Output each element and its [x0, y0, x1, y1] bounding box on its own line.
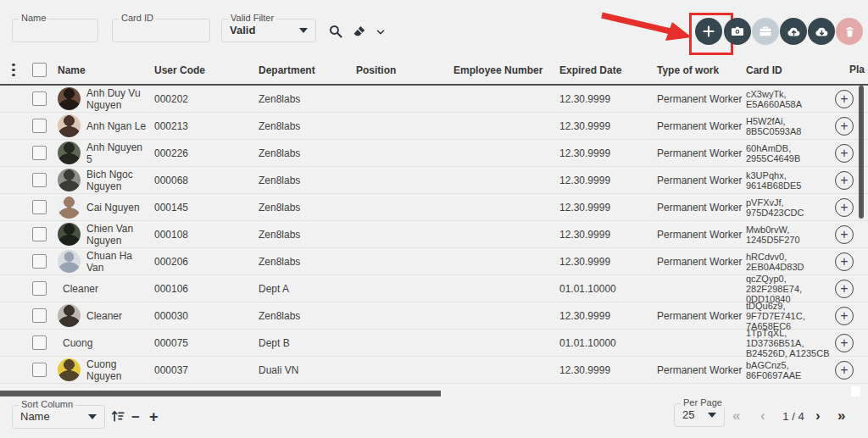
- avatar: [58, 223, 81, 246]
- name-filter-input[interactable]: [13, 19, 97, 42]
- upload-button[interactable]: [780, 18, 807, 45]
- row-checkbox[interactable]: [32, 335, 47, 350]
- prev-page-button: ‹: [760, 408, 765, 424]
- table-row[interactable]: Chuan Ha Van 000206 Zen8labs 12.30.9999 …: [0, 248, 868, 275]
- row-checkbox[interactable]: [32, 200, 47, 214]
- plus-icon: [702, 25, 715, 38]
- col-header-type-of-work[interactable]: Type of work: [657, 64, 746, 76]
- row-checkbox[interactable]: [32, 146, 47, 160]
- row-checkbox[interactable]: [32, 363, 47, 377]
- column-menu-icon[interactable]: [12, 64, 15, 79]
- select-all-checkbox[interactable]: [32, 63, 47, 77]
- collapse-button[interactable]: −: [131, 409, 140, 426]
- card-id-filter-field[interactable]: Card ID: [112, 19, 210, 42]
- col-header-position[interactable]: Position: [356, 64, 453, 76]
- add-card-button[interactable]: +: [835, 144, 854, 163]
- cell-name: Chuan Ha Van: [58, 250, 154, 274]
- cell-user-code: 000075: [154, 337, 259, 349]
- table-row[interactable]: Bich Ngoc Nguyen 000068 Zen8labs 12.30.9…: [0, 167, 868, 194]
- row-checkbox[interactable]: [32, 91, 47, 106]
- row-checkbox[interactable]: [32, 173, 47, 187]
- last-page-button[interactable]: »: [837, 408, 845, 424]
- table-row[interactable]: Chien Van Nguyen 000108 Zen8labs 12.30.9…: [0, 221, 868, 248]
- capture-button[interactable]: [724, 18, 751, 45]
- col-header-department[interactable]: Department: [259, 64, 356, 76]
- cell-type-of-work: Permanent Worker: [657, 229, 746, 241]
- batch-button: [752, 18, 779, 45]
- col-header-card-id[interactable]: Card ID: [746, 65, 835, 75]
- row-checkbox[interactable]: [32, 254, 47, 269]
- col-header-employee-number[interactable]: Employee Number: [453, 64, 559, 76]
- valid-filter-select[interactable]: Valid Filter Valid: [221, 19, 316, 42]
- avatar: [58, 87, 81, 110]
- add-card-button[interactable]: +: [835, 334, 854, 352]
- row-checkbox[interactable]: [32, 308, 47, 323]
- cell-name: Cleaner: [58, 283, 154, 295]
- row-checkbox[interactable]: [32, 119, 47, 133]
- col-header-name[interactable]: Name: [58, 64, 154, 76]
- table-row[interactable]: Anh Duy Vu Nguyen 000202 Zen8labs 12.30.…: [0, 86, 868, 113]
- cell-expired-date: 12.30.9999: [559, 364, 657, 376]
- sort-column-select[interactable]: Sort Column Name: [12, 405, 105, 429]
- next-page-button[interactable]: ›: [815, 408, 821, 424]
- col-header-user-code[interactable]: User Code: [154, 64, 259, 76]
- row-checkbox[interactable]: [32, 227, 47, 241]
- cell-expired-date: 12.30.9999: [559, 256, 657, 268]
- table-row[interactable]: Cleaner 000030 Zen8labs 12.30.9999 Perma…: [0, 302, 868, 330]
- trash-icon: [843, 25, 856, 38]
- add-card-button[interactable]: +: [835, 117, 854, 136]
- col-header-expired-date[interactable]: Expired Date: [559, 64, 657, 76]
- cell-card-id: hRCdvv0, 2EB0A4D83D: [746, 252, 835, 272]
- cell-user-code: 000145: [154, 202, 259, 213]
- sort-ascending-icon[interactable]: [110, 408, 125, 424]
- vertical-scrollbar[interactable]: [859, 86, 864, 219]
- col-header-place[interactable]: Pla: [849, 56, 865, 84]
- cell-card-id: k3UPqhx, 9614B68DE5: [746, 170, 835, 191]
- per-page-value: 25: [682, 404, 694, 425]
- cell-name: Anh Nguyen 5: [58, 141, 154, 165]
- name-filter-field[interactable]: Name: [12, 19, 98, 42]
- add-card-button[interactable]: +: [835, 198, 854, 217]
- page-indicator: 1 / 4: [774, 410, 813, 423]
- cell-expired-date: 12.30.9999: [559, 229, 657, 241]
- cell-card-id: pVFXvJf, 975D423CDC: [746, 197, 835, 218]
- chevron-down-icon: [299, 28, 308, 33]
- cell-user-code: 000108: [154, 229, 259, 241]
- add-card-button[interactable]: +: [835, 280, 854, 298]
- cell-name: Cuong: [58, 337, 154, 349]
- download-button[interactable]: [808, 18, 835, 45]
- chevron-down-icon[interactable]: [375, 26, 390, 42]
- search-icon[interactable]: [328, 24, 343, 39]
- add-card-button[interactable]: +: [835, 171, 854, 190]
- cell-department: Zen8labs: [259, 175, 356, 186]
- add-button[interactable]: [695, 18, 722, 45]
- table-row[interactable]: Cuong Nguyen 000037 Duali VN 12.30.9999 …: [0, 357, 868, 384]
- cell-expired-date: 12.30.9999: [559, 202, 657, 213]
- cell-expired-date: 12.30.9999: [559, 120, 657, 132]
- add-card-button[interactable]: +: [835, 252, 854, 271]
- cell-type-of-work: Permanent Worker: [657, 364, 746, 376]
- cell-user-code: 000202: [154, 93, 259, 105]
- briefcase-icon: [759, 25, 772, 38]
- expand-button[interactable]: +: [149, 408, 159, 426]
- add-card-button[interactable]: +: [835, 307, 854, 325]
- table-row[interactable]: Cai Nguyen 000145 Zen8labs 12.30.9999 Pe…: [0, 194, 868, 221]
- per-page-select[interactable]: Per Page 25: [674, 403, 725, 427]
- table-row[interactable]: Cleaner 000106 Dept A 01.01.10000 qcZQyp…: [0, 275, 868, 302]
- table-row[interactable]: Cuong 000075 Dept B 01.01.10000 1TpTqXL,…: [0, 330, 868, 357]
- table-header: Name User Code Department Position Emplo…: [0, 56, 868, 86]
- cell-department: Dept B: [259, 337, 356, 349]
- table-row[interactable]: Anh Nguyen 5 000226 Zen8labs 12.30.9999 …: [0, 140, 868, 167]
- table-row[interactable]: Anh Ngan Le 000213 Zen8labs 12.30.9999 P…: [0, 113, 868, 140]
- cell-name: Chien Van Nguyen: [58, 223, 154, 247]
- add-card-button[interactable]: +: [835, 225, 854, 244]
- add-card-button[interactable]: +: [835, 90, 854, 108]
- cell-name: Cuong Nguyen: [58, 358, 154, 382]
- eraser-icon[interactable]: [352, 24, 367, 39]
- row-checkbox[interactable]: [32, 281, 47, 296]
- card-id-filter-input[interactable]: [113, 19, 209, 42]
- add-card-button[interactable]: +: [835, 361, 854, 380]
- cell-expired-date: 12.30.9999: [559, 175, 657, 186]
- avatar: [58, 141, 81, 164]
- horizontal-scrollbar[interactable]: [0, 391, 441, 396]
